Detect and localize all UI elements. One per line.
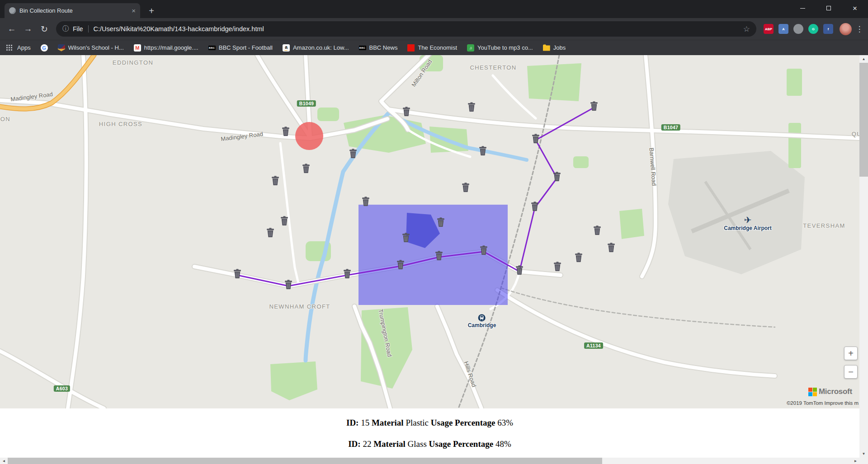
reload-button[interactable]: ↻ <box>36 21 52 37</box>
bin-marker[interactable] <box>282 127 290 138</box>
title-bar: Bin Collection Route × + × <box>0 0 868 18</box>
maximize-icon <box>826 6 831 10</box>
trash-bin-icon <box>397 260 405 269</box>
maximize-button[interactable] <box>816 0 842 16</box>
zoom-in-button[interactable]: + <box>844 347 858 360</box>
scrollbar-corner <box>859 458 868 464</box>
bin-marker[interactable] <box>397 260 405 271</box>
bookmark-wilsons-school[interactable]: Wilson's School - H... <box>58 44 124 52</box>
bin-info-row: ID: 22 Material Glass Usage Percentage 4… <box>0 439 859 449</box>
bookmark-label: BBC Sport - Football <box>219 44 273 51</box>
browser-tab[interactable]: Bin Collection Route × <box>5 3 140 18</box>
map-viewport[interactable]: EDDINGTONONHIGH CROSSMadingley RoadMadin… <box>0 55 859 408</box>
address-bar[interactable]: ⓘ File C:/Users/Nikita%20Kamath/143-hack… <box>56 21 756 37</box>
tab-close-icon[interactable]: × <box>132 7 136 14</box>
bookmark-amazon[interactable]: aAmazon.co.uk: Low... <box>283 44 349 52</box>
apps-shortcut[interactable]: Apps <box>6 44 31 51</box>
bin-marker[interactable] <box>480 245 488 257</box>
adblock-plus-icon[interactable]: ABP <box>764 24 774 34</box>
airport-marker[interactable]: ✈ Cambridge Airport <box>724 216 772 231</box>
microsoft-logo-square <box>808 392 812 396</box>
bookmark-bbc-sport[interactable]: BBCBBC Sport - Football <box>208 44 273 51</box>
bin-marker[interactable] <box>349 149 357 160</box>
trash-bin-icon <box>282 127 290 136</box>
vertical-scroll-thumb[interactable] <box>859 63 868 177</box>
bin-marker[interactable] <box>479 146 487 157</box>
folder-favicon-icon <box>543 44 550 52</box>
close-button[interactable]: × <box>842 0 868 16</box>
bookmark-label: Jobs <box>553 44 566 51</box>
bin-marker[interactable] <box>468 102 476 113</box>
bin-marker[interactable] <box>234 269 241 280</box>
bin-info-row: ID: 15 Material Plastic Usage Percentage… <box>0 418 859 428</box>
bookmark-star-icon[interactable]: ☆ <box>743 24 750 34</box>
road-badge: A1134 <box>584 342 603 349</box>
horizontal-scroll-thumb[interactable] <box>8 458 602 464</box>
url-text[interactable]: C:/Users/Nikita%20Kamath/143-hackcambrid… <box>94 25 740 33</box>
bin-marker[interactable] <box>281 216 288 227</box>
bin-marker[interactable] <box>608 243 615 254</box>
bookmark-bbc-news[interactable]: BBCBBC News <box>359 44 398 51</box>
bin-marker[interactable] <box>590 101 598 112</box>
horizontal-scrollbar[interactable]: ◄ ► <box>0 458 859 464</box>
train-station-marker[interactable]: Cambridge <box>468 314 496 328</box>
bin-marker[interactable] <box>531 202 539 213</box>
bin-marker[interactable] <box>516 265 524 277</box>
bin-marker[interactable] <box>344 269 351 280</box>
bin-marker[interactable] <box>435 251 443 262</box>
new-tab-button[interactable]: + <box>145 4 158 18</box>
scroll-right-arrow[interactable]: ► <box>852 458 859 464</box>
airplane-icon: ✈ <box>744 216 752 225</box>
trash-bin-icon <box>403 107 410 116</box>
converter-favicon-icon: ♫ <box>467 44 474 52</box>
trash-bin-icon <box>402 233 410 242</box>
bookmark-label: Wilson's School - H... <box>68 44 124 51</box>
route-line-east <box>519 108 594 272</box>
navigation-bar: ← → ↻ ⓘ File C:/Users/Nikita%20Kamath/14… <box>0 18 868 40</box>
bin-marker[interactable] <box>437 217 445 229</box>
bookmark-economist[interactable]: The Economist <box>407 44 457 52</box>
browser-menu-icon[interactable]: ⋮ <box>854 24 864 34</box>
back-button[interactable]: ← <box>4 21 20 37</box>
facebook-icon[interactable]: f <box>823 24 833 34</box>
road-badge: B1047 <box>661 124 680 131</box>
grammarly-icon[interactable]: G <box>808 24 818 34</box>
trash-bin-icon <box>362 197 370 206</box>
bin-info-panel: ID: 15 Material Plastic Usage Percentage… <box>0 408 859 458</box>
scroll-up-arrow[interactable]: ▲ <box>859 55 868 63</box>
bookmark-gmail[interactable]: Mhttps://mail.google.... <box>134 44 198 52</box>
vertical-scrollbar[interactable]: ▲ ▼ <box>859 55 868 458</box>
bin-marker[interactable] <box>285 280 292 291</box>
bin-marker[interactable] <box>462 183 470 194</box>
bookmark-youtube-mp3[interactable]: ♫YouTube to mp3 co... <box>467 44 533 52</box>
scroll-down-arrow[interactable]: ▼ <box>859 450 868 458</box>
page-info-icon[interactable]: ⓘ <box>62 25 69 33</box>
train-station-icon <box>478 314 486 322</box>
bin-marker[interactable] <box>403 107 410 118</box>
trash-bin-icon <box>608 243 615 252</box>
scroll-left-arrow[interactable]: ◄ <box>0 458 8 464</box>
bin-marker[interactable] <box>402 233 410 244</box>
bookmark-jobs[interactable]: Jobs <box>543 44 566 52</box>
bin-marker[interactable] <box>362 197 370 208</box>
bin-marker[interactable] <box>532 134 540 145</box>
bin-marker[interactable] <box>554 262 561 273</box>
bin-marker[interactable] <box>302 164 310 175</box>
profile-avatar[interactable] <box>840 23 852 35</box>
extension-grey-icon[interactable] <box>793 24 803 34</box>
zoom-out-button[interactable]: − <box>844 365 858 379</box>
translate-icon[interactable]: A <box>778 24 788 34</box>
bookmark-google[interactable]: G <box>41 44 48 52</box>
forward-button[interactable]: → <box>20 21 36 37</box>
trash-bin-icon <box>575 253 583 262</box>
highlight-circle[interactable] <box>295 122 323 150</box>
bin-marker[interactable] <box>594 225 601 237</box>
bin-marker[interactable] <box>575 253 583 264</box>
map-attribution[interactable]: ©2019 TomTom Improve this m <box>787 400 859 406</box>
bin-marker[interactable] <box>272 176 279 187</box>
bookmark-label: The Economist <box>418 44 457 51</box>
bin-marker[interactable] <box>553 172 561 183</box>
trash-bin-icon <box>437 217 445 227</box>
minimize-button[interactable] <box>789 0 816 16</box>
bin-marker[interactable] <box>267 228 274 239</box>
